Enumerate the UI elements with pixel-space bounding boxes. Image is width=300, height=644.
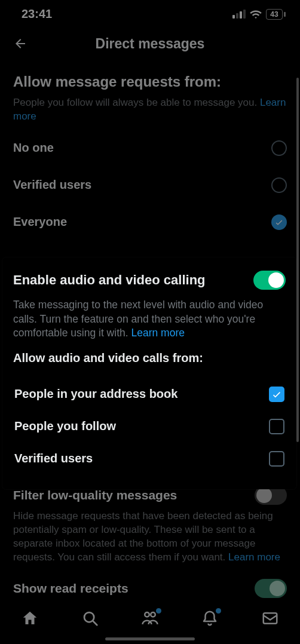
- requests-heading: Allow message requests from:: [13, 73, 287, 90]
- calling-title: Enable audio and video calling: [13, 272, 206, 288]
- svg-line-1: [93, 621, 97, 625]
- checkbox-follow[interactable]: [269, 419, 284, 434]
- calls-option-follow[interactable]: People you follow: [13, 410, 286, 443]
- filter-desc: Hide message requests that have been det…: [13, 510, 287, 565]
- tab-search[interactable]: [81, 609, 99, 627]
- calls-option-addressbook[interactable]: People in your address book: [13, 378, 286, 410]
- calling-subheading: Allow audio and video calls from:: [13, 351, 286, 365]
- receipts-title: Show read receipts: [13, 581, 128, 596]
- tab-communities[interactable]: [141, 609, 159, 627]
- notification-dot-icon: [216, 608, 221, 614]
- calling-toggle[interactable]: [253, 271, 286, 290]
- status-bar: 23:41 43: [0, 0, 300, 24]
- filter-title: Filter low-quality messages: [13, 488, 177, 502]
- radio-everyone[interactable]: [271, 214, 287, 230]
- battery-indicator: 43: [266, 9, 286, 20]
- checkbox-addressbook[interactable]: [269, 387, 284, 402]
- cell-signal-icon: [232, 10, 246, 19]
- filter-learn-more[interactable]: Learn more: [228, 551, 280, 563]
- tab-notifications[interactable]: [201, 609, 219, 627]
- checkbox-verified[interactable]: [269, 451, 284, 467]
- svg-rect-4: [264, 613, 277, 624]
- notification-dot-icon: [156, 608, 161, 614]
- option-no-one[interactable]: No one: [0, 130, 300, 167]
- calls-option-verified[interactable]: Verified users: [13, 443, 286, 475]
- svg-point-3: [151, 612, 155, 617]
- tab-home[interactable]: [21, 609, 39, 627]
- svg-point-2: [145, 612, 149, 617]
- requests-desc: People you follow will always be able to…: [13, 96, 287, 124]
- option-verified[interactable]: Verified users: [0, 167, 300, 204]
- option-everyone[interactable]: Everyone: [0, 204, 300, 241]
- wifi-icon: [249, 10, 262, 19]
- radio-verified[interactable]: [271, 177, 287, 193]
- scrollbar[interactable]: [296, 78, 299, 442]
- calling-desc: Take messaging to the next level with au…: [13, 298, 286, 341]
- calling-learn-more[interactable]: Learn more: [131, 327, 185, 339]
- tab-messages[interactable]: [261, 609, 279, 627]
- status-time: 23:41: [22, 7, 52, 21]
- receipts-toggle[interactable]: [255, 579, 287, 598]
- radio-no-one[interactable]: [271, 140, 287, 156]
- calling-settings-panel: Enable audio and video calling Take mess…: [2, 257, 296, 489]
- home-indicator: [105, 637, 195, 640]
- page-title: Direct messages: [12, 36, 288, 52]
- svg-point-0: [84, 612, 94, 622]
